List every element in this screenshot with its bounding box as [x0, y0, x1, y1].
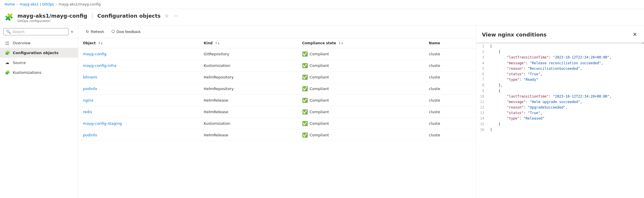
more-options-button[interactable]: ···	[173, 13, 179, 19]
panel-close-button[interactable]: ✕	[632, 30, 638, 39]
table-wrap: Object ↑↓ Kind ↑↓ Compliance state ↑↓	[78, 38, 476, 198]
cell-compliance: ✅Compliant	[297, 72, 424, 83]
cell-kind: GitRepository	[199, 48, 297, 60]
sidebar-item-source[interactable]: ☁ Source	[0, 58, 78, 67]
line-number: 4	[476, 60, 488, 66]
compliance-text: Compliant	[310, 52, 329, 56]
table-row[interactable]: bitnamiHelmRepository✅Compliantcluste	[78, 72, 476, 83]
page-title-group: mayg-aks1/mayg-config | Configuration ob…	[17, 12, 179, 23]
json-value: "2023-10-12T22:34:28+00:00"	[553, 94, 609, 98]
sidebar: 🔍 « ◫ Overview 🧩 Configuration objects ☁…	[0, 25, 78, 198]
collapse-sidebar-button[interactable]: «	[70, 28, 75, 35]
object-link[interactable]: podinfo	[83, 87, 97, 91]
table-row[interactable]: podinfoHelmRelease✅Compliantcluste	[78, 129, 476, 141]
sidebar-item-kustomizations[interactable]: 🧩 Kustomizations	[0, 67, 78, 77]
config-objects-table: Object ↑↓ Kind ↑↓ Compliance state ↑↓	[78, 38, 476, 141]
line-number: 1	[476, 44, 488, 49]
line-content: },	[488, 82, 644, 88]
col-name[interactable]: Name	[424, 38, 476, 48]
json-bracket: {	[490, 50, 500, 54]
line-number: 15	[476, 122, 488, 127]
code-line: 7 "type": "Ready"	[476, 77, 644, 82]
line-content: "status": "True",	[488, 110, 644, 116]
object-link[interactable]: podinfo	[83, 133, 97, 137]
object-link[interactable]: nginx	[83, 98, 93, 102]
line-content: {	[488, 88, 644, 94]
line-content: "lastTransitionTime": "2023-10-12T22:34:…	[488, 94, 644, 99]
code-line: 10 "lastTransitionTime": "2023-10-12T22:…	[476, 94, 644, 99]
kustomizations-icon: 🧩	[5, 70, 10, 75]
breadcrumb-home[interactable]: Home	[5, 2, 15, 6]
json-key: "reason"	[507, 105, 524, 109]
cell-object: podinfo	[78, 129, 199, 141]
check-icon: ✅	[302, 74, 308, 80]
refresh-button[interactable]: ↻ Refresh	[83, 28, 107, 36]
table-row[interactable]: podinfoHelmRepository✅Compliantcluste	[78, 83, 476, 95]
col-object[interactable]: Object ↑↓	[78, 38, 199, 48]
cell-object: bitnami	[78, 72, 199, 83]
cell-kind: Kustomization	[199, 118, 297, 129]
json-key: "reason"	[507, 67, 524, 71]
compliance-text: Compliant	[310, 87, 329, 91]
cell-object: podinfo	[78, 83, 199, 95]
table-row[interactable]: mayg-config-infraKustomization✅Compliant…	[78, 60, 476, 72]
table-row[interactable]: nginxHelmRelease✅Compliantcluste	[78, 95, 476, 106]
panel-scroll-area[interactable]: 1[2 {3 "lastTransitionTime": "2023-10-12…	[476, 44, 644, 198]
table-row[interactable]: mayg-configGitRepository✅Compliantcluste	[78, 48, 476, 60]
refresh-icon: ↻	[86, 30, 89, 34]
favorite-button[interactable]: ☆	[164, 12, 170, 19]
code-line: 16]	[476, 127, 644, 133]
json-value: "True"	[528, 111, 540, 115]
col-name-label: Name	[429, 41, 440, 45]
line-content: "message": "Release reconciliation succe…	[488, 60, 644, 66]
col-compliance[interactable]: Compliance state ↑↓	[297, 38, 424, 48]
cell-name: cluste	[424, 95, 476, 106]
sidebar-item-configuration-objects-label: Configuration objects	[13, 51, 59, 55]
object-link[interactable]: mayg-config-infra	[83, 63, 116, 68]
sort-kind-icon: ↑↓	[215, 42, 220, 45]
json-value: "Ready"	[524, 78, 538, 82]
table-row[interactable]: mayg-config-stagingKustomization✅Complia…	[78, 118, 476, 129]
object-link[interactable]: mayg-config-staging	[83, 121, 122, 126]
sidebar-item-kustomizations-label: Kustomizations	[13, 70, 41, 75]
json-value: "Released"	[524, 116, 545, 120]
sidebar-item-source-label: Source	[13, 60, 26, 65]
line-content: }	[488, 122, 644, 127]
cell-kind: HelmRepository	[199, 83, 297, 95]
object-link[interactable]: redis	[83, 110, 92, 114]
code-line: 4 "message": "Release reconciliation suc…	[476, 60, 644, 66]
json-key: "status"	[507, 111, 524, 115]
json-bracket: }	[490, 122, 500, 126]
compliance-badge: ✅Compliant	[302, 74, 420, 80]
line-content: "lastTransitionTime": "2023-10-12T22:34:…	[488, 55, 644, 60]
sidebar-item-overview[interactable]: ◫ Overview	[0, 38, 78, 48]
json-key: "message"	[507, 100, 526, 104]
line-number: 16	[476, 127, 488, 133]
compliance-badge: ✅Compliant	[302, 121, 420, 126]
object-link[interactable]: mayg-config	[83, 52, 106, 56]
table-row[interactable]: redisHelmRelease✅Compliantcluste	[78, 106, 476, 118]
code-viewer: 1[2 {3 "lastTransitionTime": "2023-10-12…	[476, 44, 644, 133]
sidebar-item-configuration-objects[interactable]: 🧩 Configuration objects	[0, 48, 78, 58]
cell-compliance: ✅Compliant	[297, 48, 424, 60]
line-content: "reason": "ReconciliationSucceeded",	[488, 66, 644, 72]
give-feedback-button[interactable]: 🗨 Give feedback	[108, 28, 144, 36]
check-icon: ✅	[302, 63, 308, 68]
code-line: 8 },	[476, 82, 644, 88]
main-area: 🔍 « ◫ Overview 🧩 Configuration objects ☁…	[0, 25, 644, 198]
compliance-text: Compliant	[310, 133, 329, 137]
line-content: "type": "Released"	[488, 116, 644, 121]
object-link[interactable]: bitnami	[83, 75, 97, 79]
cell-compliance: ✅Compliant	[297, 129, 424, 141]
breadcrumb-gitops[interactable]: mayg-aks1 | GitOps	[19, 2, 54, 6]
configuration-objects-icon: 🧩	[5, 50, 10, 55]
cell-object: nginx	[78, 95, 199, 106]
code-line: 12 "reason": "UpgradeSucceeded",	[476, 105, 644, 110]
conditions-panel: View nginx conditions ✕ 1[2 {3 "lastTran…	[476, 25, 644, 198]
feedback-label: Give feedback	[117, 30, 141, 34]
code-line: 6 "status": "True",	[476, 72, 644, 77]
search-input[interactable]	[12, 30, 66, 34]
json-key: "lastTransitionTime"	[507, 94, 549, 98]
col-kind[interactable]: Kind ↑↓	[199, 38, 297, 48]
line-content: ]	[488, 127, 644, 133]
